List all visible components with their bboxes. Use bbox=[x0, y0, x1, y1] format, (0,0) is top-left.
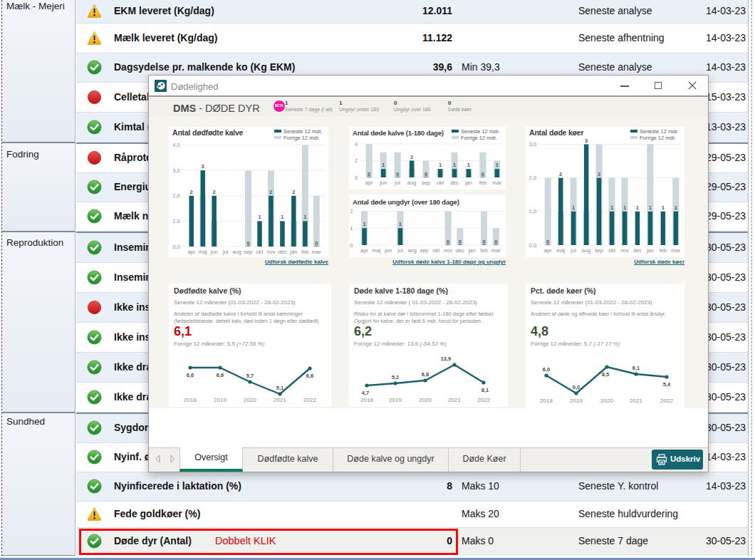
svg-text:feb: feb bbox=[479, 180, 486, 186]
svg-text:1: 1 bbox=[258, 214, 261, 220]
svg-text:1,0: 1,0 bbox=[529, 208, 536, 214]
svg-text:apr: apr bbox=[360, 247, 368, 254]
svg-text:jan: jan bbox=[464, 180, 472, 186]
svg-text:jan: jan bbox=[468, 247, 476, 254]
svg-text:2019: 2019 bbox=[570, 398, 583, 404]
svg-text:2022: 2022 bbox=[303, 397, 316, 403]
svg-text:2: 2 bbox=[350, 208, 353, 214]
svg-text:1: 1 bbox=[636, 204, 639, 211]
svg-text:nov: nov bbox=[444, 247, 452, 254]
svg-text:feb: feb bbox=[480, 247, 487, 254]
svg-text:jul: jul bbox=[397, 247, 403, 254]
svg-text:3: 3 bbox=[585, 138, 588, 144]
svg-text:0: 0 bbox=[315, 240, 318, 247]
svg-text:0: 0 bbox=[459, 239, 462, 245]
svg-text:5,2: 5,2 bbox=[392, 374, 399, 380]
svg-text:2: 2 bbox=[598, 171, 600, 177]
svg-text:jan: jan bbox=[646, 247, 654, 254]
svg-text:feb: feb bbox=[660, 247, 667, 254]
svg-text:0: 0 bbox=[546, 239, 549, 245]
svg-text:mar: mar bbox=[671, 247, 680, 254]
svg-text:Forrige 12 mdr.: Forrige 12 mdr. bbox=[283, 135, 320, 141]
svg-text:0,0: 0,0 bbox=[172, 244, 179, 250]
svg-text:2018: 2018 bbox=[360, 397, 373, 403]
svg-text:2019: 2019 bbox=[389, 397, 402, 403]
svg-text:6,0: 6,0 bbox=[543, 366, 550, 373]
svg-text:0: 0 bbox=[494, 239, 497, 245]
svg-text:feb: feb bbox=[301, 249, 308, 255]
svg-text:0: 0 bbox=[481, 171, 484, 177]
svg-text:maj: maj bbox=[556, 247, 565, 254]
svg-text:aug: aug bbox=[582, 247, 591, 254]
svg-text:1: 1 bbox=[363, 221, 365, 227]
svg-text:2020: 2020 bbox=[419, 397, 432, 403]
svg-text:2019: 2019 bbox=[214, 397, 226, 403]
svg-text:8,1: 8,1 bbox=[481, 387, 489, 393]
svg-text:sep: sep bbox=[595, 247, 603, 254]
svg-text:0: 0 bbox=[482, 239, 485, 245]
svg-text:6,6: 6,6 bbox=[306, 373, 313, 379]
svg-text:jul: jul bbox=[222, 249, 229, 255]
svg-text:okt: okt bbox=[432, 247, 440, 254]
svg-text:sep: sep bbox=[420, 247, 428, 254]
svg-text:dec: dec bbox=[450, 180, 459, 186]
svg-text:1: 1 bbox=[439, 162, 442, 168]
svg-text:5,4: 5,4 bbox=[663, 381, 671, 388]
svg-text:2022: 2022 bbox=[477, 397, 490, 403]
svg-text:Seneste 12 mdr.: Seneste 12 mdr. bbox=[461, 128, 500, 135]
svg-text:1: 1 bbox=[382, 162, 385, 168]
svg-text:2020: 2020 bbox=[600, 398, 613, 404]
svg-text:2: 2 bbox=[355, 157, 358, 164]
svg-text:jun: jun bbox=[384, 247, 392, 254]
svg-text:mar: mar bbox=[312, 249, 321, 255]
svg-text:okt: okt bbox=[608, 247, 616, 254]
svg-text:13,9: 13,9 bbox=[441, 356, 452, 362]
svg-text:jul: jul bbox=[394, 180, 400, 186]
svg-text:0: 0 bbox=[246, 240, 249, 247]
svg-text:2018: 2018 bbox=[540, 398, 553, 404]
svg-text:Seneste 12 mdr.: Seneste 12 mdr. bbox=[640, 128, 679, 135]
svg-text:sep: sep bbox=[244, 249, 252, 255]
svg-text:okt: okt bbox=[256, 249, 264, 255]
svg-text:dec: dec bbox=[456, 247, 464, 254]
svg-text:maj: maj bbox=[372, 247, 380, 254]
svg-text:nov: nov bbox=[266, 249, 275, 255]
svg-text:aug: aug bbox=[232, 249, 241, 255]
svg-text:5,1: 5,1 bbox=[276, 385, 283, 391]
svg-text:jul: jul bbox=[570, 247, 576, 254]
svg-text:1: 1 bbox=[453, 162, 456, 168]
svg-text:2021: 2021 bbox=[274, 397, 286, 403]
svg-text:1: 1 bbox=[572, 204, 575, 211]
svg-text:2020: 2020 bbox=[244, 397, 256, 403]
svg-text:3,0: 3,0 bbox=[529, 141, 536, 147]
svg-text:maj: maj bbox=[199, 249, 207, 255]
svg-text:8,5: 8,5 bbox=[602, 371, 609, 378]
svg-text:1: 1 bbox=[303, 214, 306, 220]
svg-text:jun: jun bbox=[210, 249, 218, 255]
svg-text:Seneste 12 mdr.: Seneste 12 mdr. bbox=[283, 128, 323, 135]
svg-text:3: 3 bbox=[202, 163, 204, 170]
svg-text:0: 0 bbox=[355, 175, 358, 181]
svg-text:aug: aug bbox=[407, 247, 417, 254]
svg-text:1,0: 1,0 bbox=[172, 218, 179, 224]
svg-text:Antal døde køer: Antal døde køer bbox=[529, 128, 583, 137]
svg-text:Antal dødfødte kalve: Antal dødfødte kalve bbox=[172, 128, 244, 137]
svg-text:Antal døde kalve (1-180 dage): Antal døde kalve (1-180 dage) bbox=[353, 129, 444, 137]
svg-text:dec: dec bbox=[633, 247, 642, 254]
svg-text:Forrige 12 mdr.: Forrige 12 mdr. bbox=[461, 135, 497, 141]
svg-text:apr: apr bbox=[187, 249, 195, 255]
svg-text:1: 1 bbox=[350, 225, 353, 232]
svg-text:0: 0 bbox=[396, 171, 399, 177]
svg-text:2: 2 bbox=[213, 189, 216, 195]
svg-text:2021: 2021 bbox=[448, 397, 461, 403]
svg-text:1: 1 bbox=[662, 204, 665, 211]
svg-text:6,1: 6,1 bbox=[632, 365, 640, 371]
svg-text:0: 0 bbox=[350, 242, 353, 249]
svg-text:2018: 2018 bbox=[184, 397, 197, 403]
svg-text:sep: sep bbox=[422, 180, 430, 186]
svg-text:2: 2 bbox=[190, 189, 193, 195]
svg-text:0: 0 bbox=[368, 171, 370, 177]
svg-text:1: 1 bbox=[281, 214, 283, 220]
svg-text:Antal døde ungdyr (over 180 da: Antal døde ungdyr (over 180 dage) bbox=[353, 198, 459, 206]
svg-text:0: 0 bbox=[425, 171, 427, 177]
